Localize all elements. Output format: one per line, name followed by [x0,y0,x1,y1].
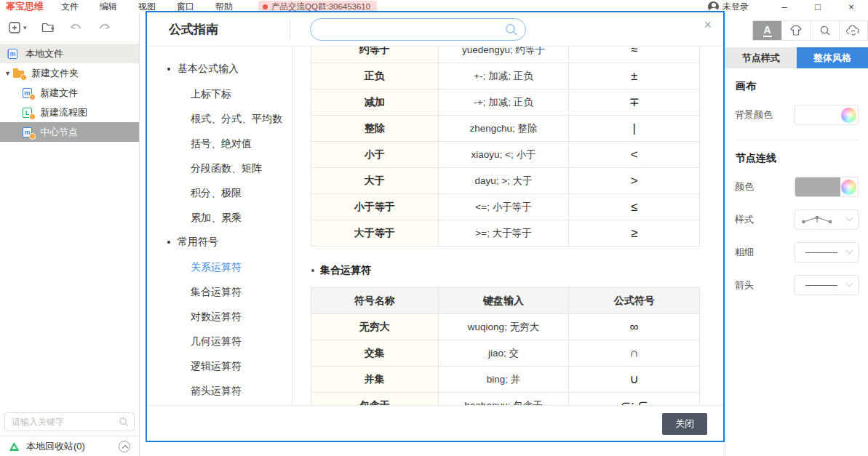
color-wheel-icon[interactable] [841,180,856,195]
line-color-picker[interactable] [795,177,859,197]
modal-title: 公式指南 [169,21,218,38]
red-dot-icon [263,4,268,9]
nav-item-piecewise-matrix[interactable]: 分段函数、矩阵 [147,156,292,180]
color-swatch [795,177,840,196]
tree-item-label: 本地文件 [25,47,63,60]
line-style-label: 样式 [735,213,754,226]
formula-symbol-cell: ≥ [569,220,700,247]
nav-item-bracket-absolute[interactable]: 括号、绝对值 [147,131,292,156]
symbol-name-cell: 小于 [311,142,439,168]
line-sample-icon [805,252,837,253]
modal-close-icon[interactable]: × [704,17,712,33]
nav-item-sum-product[interactable]: 累加、累乘 [147,205,292,230]
keyboard-input-cell: dayu; >; 大于 [439,168,570,194]
keyboard-input-cell: yuedengyu; 约等于 [439,47,570,63]
folder-icon: ↑ [13,68,25,79]
symbol-name-cell: 交集 [311,340,439,367]
nav-group-common-symbols: 常用符号 [147,230,292,255]
text-style-icon: A [763,25,772,37]
table-row: 小于等于 <=; 小于等于 ≤ [311,194,700,220]
table-row: 小于 xiaoyu; <; 小于 < [311,142,700,168]
keyboard-input-cell: +-; 加减; 正负 [439,63,570,89]
background-color-picker[interactable] [795,105,859,125]
minimize-button[interactable]: – [768,1,801,12]
recycle-bin-icon [9,441,20,452]
color-wheel-icon[interactable] [841,108,856,123]
tree-item-new-file[interactable]: m ↑ 新建文件 [0,83,139,103]
window-close-button[interactable]: × [835,1,868,12]
nav-item-logic-operators[interactable]: 逻辑运算符 [147,353,292,378]
nav-group-title: 常用符号 [178,236,218,249]
symbol-name-cell: 约等于 [311,47,439,63]
line-sample-icon [805,285,837,286]
collapse-toggle-icon[interactable] [119,441,130,452]
chevron-down-icon [846,247,853,255]
maximize-button[interactable]: □ [801,1,835,12]
modal-search-input[interactable] [321,24,501,36]
shirt-icon [788,25,804,36]
bullet-icon [167,68,170,71]
formula-guide-modal: 公式指南 × 基本公式输入 上标下标 根式、分式、平均数 括号、绝对值 分段函数… [146,11,725,442]
text-style-button[interactable]: A [753,21,781,40]
line-style-dropdown[interactable] [795,209,859,230]
login-status[interactable]: 未登录 [722,1,749,13]
theme-button[interactable] [781,21,810,40]
keyboard-input-cell: wuqiong; 无穷大 [439,314,570,340]
new-file-icon [9,22,21,33]
expander-triangle-icon[interactable]: ▼ [4,70,13,77]
tree-item-center-node[interactable]: m ↑ 中心节点 [0,122,139,142]
nav-item-radical-fraction[interactable]: 根式、分式、平均数 [147,106,292,131]
nav-item-relational-operators[interactable]: 关系运算符 [147,255,292,279]
arrow-label: 箭头 [735,279,754,292]
nav-item-log-operators[interactable]: 对数运算符 [147,304,292,329]
symbol-name-cell: 大于 [311,168,439,194]
tab-node-style[interactable]: 节点样式 [725,47,797,68]
symbol-name-cell: 整除 [311,116,439,142]
nav-item-geometry-operators[interactable]: 几何运算符 [147,329,292,353]
search-icon [119,417,129,427]
formula-symbol-cell: > [569,168,700,194]
table-row: 大于 dayu; >; 大于 > [311,168,700,194]
tree-item-local-files[interactable]: m 本地文件 [0,44,139,63]
cloud-sync-button[interactable] [839,21,867,40]
branch-style-icon [801,215,835,225]
keyboard-input-cell: >=; 大于等于 [439,220,570,247]
close-button[interactable]: 关闭 [662,413,707,435]
app-logo: 幂宝思维 [6,0,44,13]
nav-item-set-operators[interactable]: 集合运算符 [147,279,292,304]
sidebar-toolbar: ▾ [0,13,139,42]
local-files-icon: m [7,48,20,60]
formula-content[interactable]: 约等于 yuedengyu; 约等于 ≈ 正负 +-; 加减; 正负 ± 减加 … [292,47,723,405]
sidebar-search-input[interactable] [4,412,135,431]
new-folder-icon [41,22,55,33]
node-line-section-title: 节点连线 [736,152,859,165]
line-weight-dropdown[interactable] [795,242,859,263]
chevron-down-icon [846,215,853,222]
formula-symbol-cell: ∞ [569,314,700,340]
chevron-down-icon: ▾ [23,24,27,31]
nav-item-integral-limit[interactable]: 积分、极限 [147,180,292,205]
menu-edit[interactable]: 编辑 [100,1,117,13]
recycle-bin-row[interactable]: 本地回收站(0) [0,436,139,456]
keyboard-input-cell: xiaoyu; <; 小于 [439,142,570,168]
new-file-button[interactable]: ▾ [9,22,27,33]
undo-button[interactable] [69,23,83,33]
arrow-dropdown[interactable] [795,275,859,295]
nav-group-title: 基本公式输入 [178,63,239,76]
flowchart-file-icon: L ↑ [22,107,34,119]
tab-overall-style[interactable]: 整体风格 [797,47,868,68]
formula-symbol-cell: < [569,142,700,168]
new-folder-button[interactable] [41,22,55,33]
keyboard-input-cell: jiao; 交 [439,340,570,367]
tree-item-new-folder[interactable]: ▼ ↑ 新建文件夹 [0,63,139,83]
table-header-row: 符号名称 键盘输入 公式符号 [311,288,700,314]
redo-button[interactable] [97,23,111,33]
table-row: 大于等于 >=; 大于等于 ≥ [311,220,700,247]
tree-item-new-flowchart[interactable]: L ↑ 新建流程图 [0,103,139,122]
menu-file[interactable]: 文件 [61,1,79,13]
search-style-button[interactable] [810,21,838,40]
nav-item-arrow-operators[interactable]: 箭头运算符 [147,378,292,403]
keyboard-input-cell: <=; 小于等于 [439,194,570,220]
line-color-label: 颜色 [735,180,754,193]
nav-item-superscript-subscript[interactable]: 上标下标 [147,81,292,106]
